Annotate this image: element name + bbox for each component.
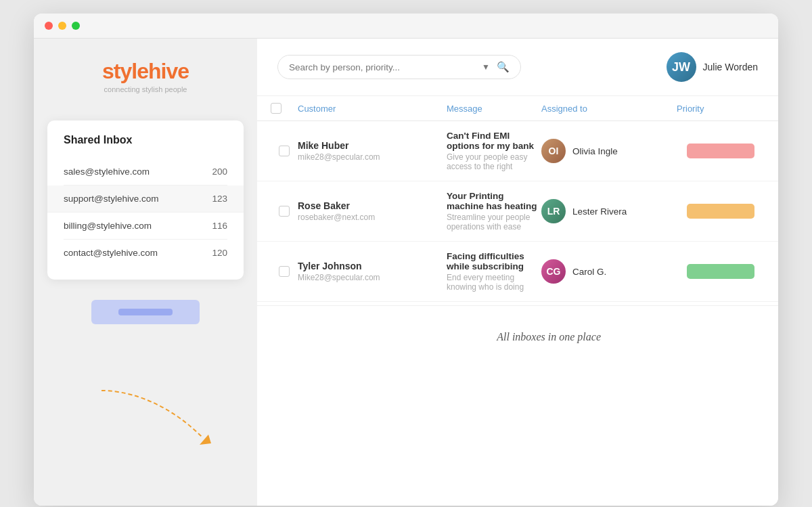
assignee-name: Carol G. bbox=[572, 267, 606, 277]
message-preview: End every meeting knowing who is doing bbox=[447, 273, 541, 292]
minimize-dot[interactable] bbox=[58, 22, 66, 30]
avatar: JW bbox=[667, 52, 696, 82]
inbox-count-sales: 200 bbox=[212, 167, 227, 177]
search-icon[interactable]: 🔍 bbox=[497, 61, 510, 73]
logo-text: stylehive bbox=[102, 59, 189, 84]
close-dot[interactable] bbox=[45, 22, 53, 30]
inbox-item-billing[interactable]: billing@stylehive.com 116 bbox=[64, 213, 227, 240]
row-checkbox[interactable] bbox=[279, 266, 290, 277]
inbox-item-sales[interactable]: sales@stylehive.com 200 bbox=[64, 158, 227, 185]
table-row[interactable]: Mike Huber mike28@specular.com Can't Fin… bbox=[257, 121, 778, 181]
sidebar: stylehive connecting stylish people Shar… bbox=[34, 39, 257, 506]
search-input[interactable] bbox=[289, 62, 475, 72]
dashed-arrow bbox=[81, 384, 250, 465]
inbox-count-contact: 120 bbox=[212, 248, 227, 258]
browser-window: stylehive connecting stylish people Shar… bbox=[34, 14, 778, 506]
button-inner-decoration bbox=[118, 309, 173, 315]
main-content: ▼ 🔍 JW Julie Worden bbox=[257, 39, 778, 506]
avatar-lester: LR bbox=[541, 199, 566, 223]
maximize-dot[interactable] bbox=[72, 22, 80, 30]
user-name: Julie Worden bbox=[703, 62, 758, 72]
browser-titlebar bbox=[34, 14, 778, 39]
row-checkbox[interactable] bbox=[279, 206, 290, 217]
table-separator bbox=[257, 305, 778, 306]
avatar-olivia: OI bbox=[541, 139, 566, 163]
customer-email: Mike28@specular.com bbox=[298, 273, 447, 282]
logo-tagline: connecting stylish people bbox=[102, 85, 189, 93]
message-cell: Facing difficulties while subscribing En… bbox=[447, 251, 541, 292]
message-cell: Your Printing machine has heating Stream… bbox=[447, 191, 541, 232]
row-checkbox[interactable] bbox=[279, 146, 290, 156]
col-message: Message bbox=[447, 104, 541, 114]
inbox-count-support: 123 bbox=[212, 194, 227, 204]
priority-badge-medium bbox=[687, 204, 754, 219]
customer-email: rosebaker@next.com bbox=[298, 213, 447, 222]
inbox-item-contact[interactable]: contact@stylehive.com 120 bbox=[64, 240, 227, 266]
col-priority: Priority bbox=[677, 104, 765, 114]
assignee-avatar: LR bbox=[541, 199, 566, 223]
checkbox-col-header bbox=[271, 103, 298, 114]
inbox-email-contact: contact@stylehive.com bbox=[64, 248, 158, 258]
avatar-image: JW bbox=[667, 52, 696, 82]
col-customer: Customer bbox=[298, 104, 447, 114]
col-assigned: Assigned to bbox=[541, 104, 677, 114]
message-subject: Can't Find EMI options for my bank bbox=[447, 131, 541, 151]
user-info: JW Julie Worden bbox=[667, 52, 758, 82]
customer-name: Rose Baker bbox=[298, 200, 447, 211]
shared-inbox-card: Shared Inbox sales@stylehive.com 200 sup… bbox=[47, 120, 244, 280]
select-all-checkbox[interactable] bbox=[271, 103, 281, 114]
customer-cell: Tyler Johnson Mike28@specular.com bbox=[298, 261, 447, 282]
table-row[interactable]: Rose Baker rosebaker@next.com Your Print… bbox=[257, 181, 778, 242]
message-subject: Facing difficulties while subscribing bbox=[447, 251, 541, 271]
top-bar: ▼ 🔍 JW Julie Worden bbox=[257, 39, 778, 96]
inbox-email-billing: billing@stylehive.com bbox=[64, 221, 152, 231]
priority-badge-high bbox=[687, 144, 754, 158]
priority-cell bbox=[677, 144, 765, 158]
filter-icon[interactable]: ▼ bbox=[482, 62, 490, 72]
inbox-count-billing: 116 bbox=[212, 221, 227, 231]
assigned-cell: CG Carol G. bbox=[541, 259, 677, 284]
message-preview: Give your people easy access to the righ… bbox=[447, 152, 541, 171]
message-preview: Streamline your people operations with e… bbox=[447, 213, 541, 232]
priority-badge-low bbox=[687, 264, 754, 279]
annotation-text: All inboxes in one place bbox=[497, 331, 601, 343]
assignee-avatar: CG bbox=[541, 259, 566, 284]
search-area[interactable]: ▼ 🔍 bbox=[277, 55, 521, 79]
row-checkbox-cell bbox=[271, 206, 298, 217]
priority-cell bbox=[677, 204, 765, 219]
avatar-carol: CG bbox=[541, 259, 566, 284]
assigned-cell: OI Olivia Ingle bbox=[541, 139, 677, 163]
row-checkbox-cell bbox=[271, 266, 298, 277]
message-cell: Can't Find EMI options for my bank Give … bbox=[447, 131, 541, 171]
logo-area: stylehive connecting stylish people bbox=[102, 59, 189, 93]
shared-inbox-title: Shared Inbox bbox=[64, 134, 227, 146]
app-layout: stylehive connecting stylish people Shar… bbox=[34, 39, 778, 506]
customer-name: Tyler Johnson bbox=[298, 261, 447, 271]
table-header: Customer Message Assigned to Priority bbox=[257, 96, 778, 121]
inbox-item-support[interactable]: support@stylehive.com 123 bbox=[47, 185, 244, 213]
priority-cell bbox=[677, 264, 765, 279]
assignee-name: Olivia Ingle bbox=[572, 146, 618, 156]
inbox-email-sales: sales@stylehive.com bbox=[64, 167, 150, 177]
search-icons: ▼ 🔍 bbox=[482, 61, 510, 73]
annotation-container: All inboxes in one place bbox=[257, 309, 778, 363]
customer-name: Mike Huber bbox=[298, 140, 447, 151]
customer-email: mike28@specular.com bbox=[298, 152, 447, 162]
assignee-avatar: OI bbox=[541, 139, 566, 163]
assigned-cell: LR Lester Rivera bbox=[541, 199, 677, 223]
bottom-placeholder-button[interactable] bbox=[91, 300, 200, 324]
bottom-button-area bbox=[91, 300, 200, 324]
customer-cell: Mike Huber mike28@specular.com bbox=[298, 140, 447, 162]
customer-cell: Rose Baker rosebaker@next.com bbox=[298, 200, 447, 222]
assignee-name: Lester Rivera bbox=[572, 206, 627, 217]
inbox-table: Customer Message Assigned to Priority Mi… bbox=[257, 96, 778, 506]
table-row[interactable]: Tyler Johnson Mike28@specular.com Facing… bbox=[257, 242, 778, 302]
message-subject: Your Printing machine has heating bbox=[447, 191, 541, 211]
svg-marker-0 bbox=[200, 435, 211, 445]
inbox-email-support: support@stylehive.com bbox=[64, 194, 159, 204]
row-checkbox-cell bbox=[271, 146, 298, 156]
